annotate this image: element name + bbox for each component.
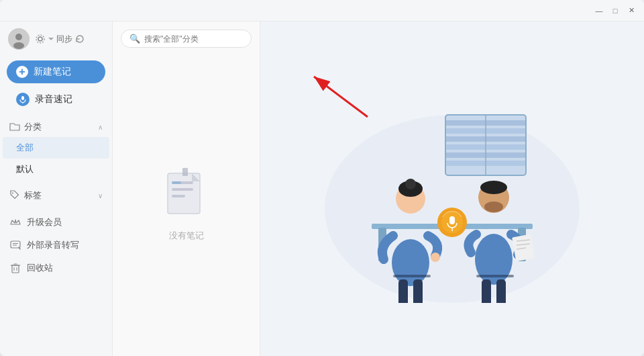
- sidebar-item-default[interactable]: 默认: [3, 159, 109, 180]
- sidebar-item-all[interactable]: 全部: [3, 137, 109, 159]
- minimize-button[interactable]: —: [594, 6, 604, 15]
- settings-icon[interactable]: [35, 34, 46, 44]
- all-label: 全部: [16, 142, 34, 154]
- svg-point-37: [392, 239, 429, 286]
- dropdown-arrow-icon[interactable]: [48, 36, 54, 42]
- search-bar: 🔍: [113, 21, 260, 53]
- window-controls: — □ ✕: [594, 6, 636, 15]
- new-note-button[interactable]: + 新建笔记: [7, 60, 105, 83]
- svg-point-8: [12, 192, 13, 193]
- right-panel: [260, 21, 644, 356]
- trash-icon: [9, 262, 21, 274]
- voice-note-button[interactable]: 录音速记: [7, 87, 105, 112]
- tags-header[interactable]: 标签 ∨: [0, 185, 112, 206]
- illustration-svg: [311, 75, 593, 303]
- maximize-button[interactable]: □: [610, 6, 620, 15]
- svg-point-41: [431, 253, 440, 262]
- folder-icon: [9, 122, 20, 133]
- svg-rect-22: [172, 181, 181, 184]
- sidebar: 同步 + 新建笔记: [0, 21, 113, 356]
- svg-rect-20: [172, 195, 185, 197]
- tags-chevron: ∨: [98, 192, 103, 199]
- categories-chevron: ∧: [98, 124, 103, 131]
- tags-label: 标签: [24, 189, 42, 202]
- recycle-bin-button[interactable]: 回收站: [0, 257, 112, 279]
- sync-label: 同步: [56, 34, 72, 45]
- empty-note-icon: [160, 168, 213, 222]
- svg-rect-6: [21, 96, 24, 100]
- svg-point-54: [484, 202, 503, 212]
- svg-point-40: [405, 179, 416, 189]
- categories-header[interactable]: 分类 ∧: [0, 117, 112, 137]
- svg-rect-42: [398, 279, 408, 303]
- close-button[interactable]: ✕: [627, 6, 636, 15]
- svg-rect-19: [172, 188, 193, 191]
- categories-label: 分类: [24, 121, 42, 133]
- app-body: 同步 + 新建笔记: [0, 21, 644, 356]
- svg-point-1: [15, 34, 22, 40]
- empty-label: 没有笔记: [169, 230, 204, 242]
- search-input[interactable]: [144, 34, 243, 44]
- refresh-icon[interactable]: [75, 34, 85, 44]
- avatar[interactable]: [8, 28, 30, 50]
- categories-section: 分类 ∧ 全部 默认: [0, 117, 112, 180]
- voice-icon: [16, 93, 30, 106]
- titlebar: — □ ✕: [0, 0, 644, 21]
- sync-area: 同步: [35, 34, 85, 45]
- voice-note-label: 录音速记: [35, 93, 72, 105]
- transcript-icon: [9, 239, 21, 251]
- svg-rect-13: [12, 265, 19, 273]
- svg-rect-49: [449, 216, 455, 224]
- middle-panel: 🔍: [113, 21, 260, 356]
- svg-rect-59: [482, 279, 491, 303]
- crown-icon: [9, 216, 21, 228]
- default-label: 默认: [16, 163, 34, 175]
- tag-icon: [9, 190, 20, 202]
- sidebar-bottom-items: 升级会员 外部录音转写: [0, 211, 112, 279]
- sidebar-header: 同步: [0, 21, 112, 56]
- plus-icon: +: [16, 66, 28, 78]
- svg-marker-5: [48, 38, 54, 40]
- svg-rect-21: [182, 168, 188, 176]
- svg-rect-60: [496, 279, 506, 303]
- external-transcription-button[interactable]: 外部录音转写: [0, 234, 112, 257]
- search-input-wrap[interactable]: 🔍: [121, 30, 252, 48]
- tags-section: 标签 ∨: [0, 185, 112, 206]
- upgrade-member-label: 升级会员: [27, 216, 62, 228]
- svg-point-53: [480, 181, 507, 194]
- new-note-label: 新建笔记: [34, 66, 71, 78]
- upgrade-member-button[interactable]: 升级会员: [0, 211, 112, 234]
- empty-notes-area: 没有笔记: [113, 53, 260, 356]
- svg-rect-43: [413, 279, 423, 303]
- search-icon: 🔍: [129, 34, 140, 44]
- svg-point-2: [13, 42, 24, 49]
- svg-point-4: [36, 35, 44, 43]
- svg-rect-63: [393, 275, 431, 277]
- recycle-bin-label: 回收站: [27, 262, 53, 274]
- main-window: — □ ✕: [0, 0, 644, 356]
- svg-point-3: [38, 37, 42, 41]
- svg-rect-64: [476, 275, 514, 277]
- external-transcription-label: 外部录音转写: [27, 239, 79, 251]
- illustration-wrap: [311, 75, 593, 303]
